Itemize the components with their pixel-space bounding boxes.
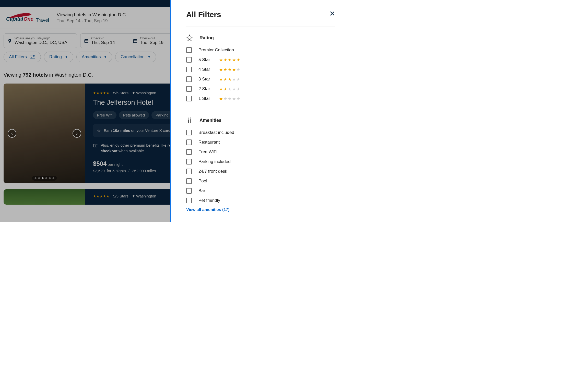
amenity-option[interactable]: Pool — [186, 178, 335, 184]
checkbox[interactable] — [186, 139, 192, 145]
checkbox[interactable] — [186, 178, 192, 184]
amenity-label: Breakfast included — [198, 130, 234, 135]
rating-option[interactable]: 4 Star★★★★★ — [186, 67, 335, 72]
amenity-option[interactable]: Free WiFi — [186, 149, 335, 155]
amenity-label: Parking included — [198, 159, 231, 164]
checkbox[interactable] — [186, 198, 192, 203]
rating-label: 2 Star — [198, 86, 210, 91]
rating-title: Rating — [199, 35, 214, 41]
stars-icon: ★★★★★ — [219, 67, 240, 72]
stars-icon: ★★★★★ — [219, 87, 240, 91]
checkbox[interactable] — [186, 96, 192, 101]
rating-option[interactable]: Premier Collection — [186, 47, 335, 53]
stars-icon: ★★★★★ — [219, 57, 240, 62]
rating-label: 1 Star — [198, 96, 210, 101]
close-icon[interactable]: ✕ — [329, 10, 335, 17]
rating-label: 5 Star — [198, 57, 210, 62]
checkbox[interactable] — [186, 159, 192, 165]
amenity-label: Bar — [198, 188, 205, 193]
checkbox[interactable] — [186, 67, 192, 72]
amenity-option[interactable]: Bar — [186, 188, 335, 194]
amenities-section-header: Amenities — [186, 117, 335, 124]
checkbox[interactable] — [186, 47, 192, 53]
amenity-option[interactable]: Breakfast included — [186, 130, 335, 135]
rating-label: 3 Star — [198, 77, 210, 82]
amenity-label: Restaurant — [198, 140, 220, 145]
checkbox[interactable] — [186, 57, 192, 63]
checkbox[interactable] — [186, 86, 192, 92]
checkbox[interactable] — [186, 130, 192, 135]
stars-icon: ★★★★★ — [219, 77, 240, 82]
rating-option[interactable]: 3 Star★★★★★ — [186, 76, 335, 82]
amenity-label: Pet friendly — [198, 198, 220, 203]
amenities-title: Amenities — [199, 118, 221, 123]
rating-label: 4 Star — [198, 67, 210, 72]
amenity-option[interactable]: Pet friendly — [186, 198, 335, 203]
amenity-option[interactable]: 24/7 front desk — [186, 169, 335, 174]
rating-option[interactable]: 1 Star★★★★★ — [186, 96, 335, 101]
checkbox[interactable] — [186, 149, 192, 155]
checkbox[interactable] — [186, 169, 192, 174]
view-all-amenities-link[interactable]: View all amenities (17) — [186, 207, 335, 212]
all-filters-panel: All Filters ✕ Rating Premier Collection5… — [170, 0, 346, 222]
panel-title: All Filters — [186, 10, 221, 19]
amenity-option[interactable]: Parking included — [186, 159, 335, 165]
stars-icon: ★★★★★ — [219, 96, 240, 101]
rating-option[interactable]: 5 Star★★★★★ — [186, 57, 335, 63]
amenity-label: Free WiFi — [198, 149, 217, 155]
amenity-option[interactable]: Restaurant — [186, 139, 335, 145]
rating-option[interactable]: 2 Star★★★★★ — [186, 86, 335, 92]
checkbox[interactable] — [186, 76, 192, 82]
amenity-label: Pool — [198, 179, 207, 184]
checkbox[interactable] — [186, 188, 192, 194]
rating-section-header: Rating — [186, 34, 335, 41]
utensils-icon — [186, 117, 193, 124]
star-outline-icon — [186, 34, 193, 41]
amenity-label: 24/7 front desk — [198, 169, 227, 174]
rating-label: Premier Collection — [198, 48, 234, 53]
